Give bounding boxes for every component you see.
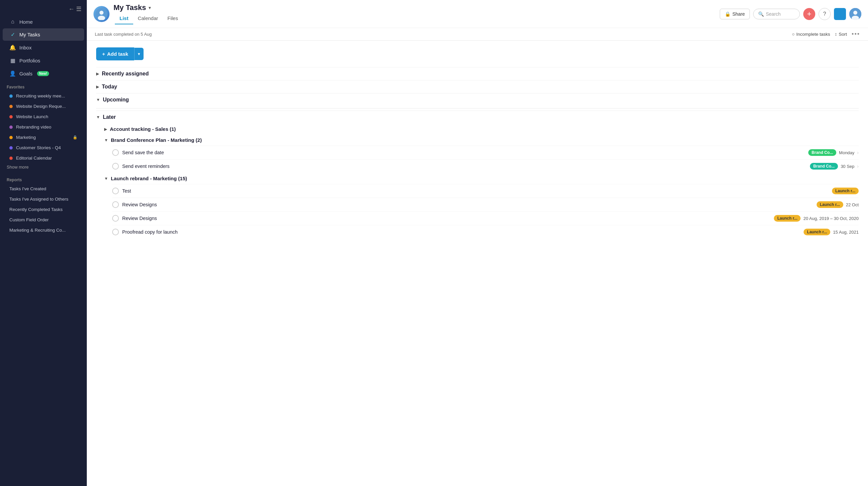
add-task-button[interactable]: + Add task [96, 47, 134, 60]
task-date-5: 15 Aug, 2021 [833, 230, 859, 235]
page-title-area: My Tasks ▾ [114, 3, 183, 12]
task-group-later: ▶ Account tracking - Sales (1) ▼ Brand C… [104, 124, 859, 239]
sidebar-item-mytasks[interactable]: ✓ My Tasks [3, 28, 84, 41]
incomplete-tasks-label: Incomplete tasks [796, 32, 830, 37]
section-today[interactable]: ▶ Today [96, 80, 859, 93]
task-meta-4: Launch r... 20 Aug, 2019 – 30 Oct, 2020 [774, 215, 859, 222]
task-tag-0[interactable]: Brand Co... [808, 149, 836, 156]
add-task-dropdown-button[interactable]: ▾ [134, 48, 144, 60]
fav-label-6: Editorial Calendar [16, 156, 52, 161]
task-complete-circle-3[interactable]: ○ [112, 201, 119, 208]
sidebar-item-goals-label: Goals [19, 71, 32, 76]
report-link-3[interactable]: Custom Field Order [3, 215, 84, 225]
sort-button[interactable]: ↕ Sort [835, 32, 847, 37]
chevron-right-icon-at: ▶ [104, 127, 107, 131]
sidebar-item-inbox[interactable]: 🔔 Inbox [3, 41, 84, 54]
fav-item-6[interactable]: Editorial Calendar [3, 153, 84, 163]
task-meta-2: Launch r... [832, 188, 859, 194]
app-switcher-button[interactable] [834, 8, 846, 20]
add-task-label: Add task [107, 51, 128, 57]
fav-label-1: Website Design Reque... [16, 104, 66, 109]
task-name-0: Send save the date [122, 150, 805, 155]
tab-list[interactable]: List [115, 13, 133, 24]
task-complete-circle-4[interactable]: ○ [112, 215, 119, 222]
section-recently-assigned[interactable]: ▶ Recently assigned [96, 67, 859, 80]
subsection-launch-rebrand[interactable]: ▼ Launch rebrand - Marketing (15) [104, 173, 859, 184]
lock-icon: 🔒 [73, 135, 78, 139]
subsection-brand-conf[interactable]: ▼ Brand Conference Plan - Marketing (2) [104, 134, 859, 145]
report-link-1[interactable]: Tasks I've Assigned to Others [3, 194, 84, 204]
help-button[interactable]: ? [818, 8, 831, 20]
fav-item-1[interactable]: Website Design Reque... [3, 101, 84, 111]
incomplete-tasks-button[interactable]: ○ Incomplete tasks [792, 32, 830, 37]
sidebar-item-portfolios[interactable]: ▦ Portfolios [3, 55, 84, 67]
report-link-2[interactable]: Recently Completed Tasks [3, 205, 84, 214]
task-tag-2[interactable]: Launch r... [832, 188, 859, 194]
sort-label: Sort [839, 32, 847, 37]
task-row-send-event-reminders: ○ Send event reminders Brand Co... 30 Se… [112, 159, 859, 173]
subsection-account-tracking[interactable]: ▶ Account tracking - Sales (1) [104, 124, 859, 134]
fav-dot-0 [9, 94, 13, 98]
reports-label: Reports [0, 173, 87, 184]
task-complete-circle-1[interactable]: ○ [112, 163, 119, 169]
tab-calendar[interactable]: Calendar [133, 13, 163, 24]
topbar: My Tasks ▾ List Calendar Files 🔒 Share 🔍… [87, 0, 868, 28]
more-options-button[interactable]: ••• [851, 31, 860, 38]
chevron-down-icon-bc: ▼ [104, 138, 108, 142]
home-icon: ⌂ [9, 19, 16, 25]
svg-point-1 [99, 11, 103, 15]
sidebar-toggle-icon[interactable]: ← ☰ [68, 5, 82, 13]
add-button[interactable]: + [803, 8, 815, 20]
last-task-text: Last task completed on 5 Aug [95, 32, 152, 37]
task-tag-5[interactable]: Launch r... [804, 229, 830, 235]
report-link-0[interactable]: Tasks I've Created [3, 184, 84, 194]
subtopbar-right: ○ Incomplete tasks ↕ Sort ••• [792, 31, 860, 38]
chevron-down-icon-upcoming: ▼ [96, 97, 100, 102]
task-row-review-designs-1: ○ Review Designs Launch r... 22 Oct [112, 198, 859, 211]
avatar-image [93, 6, 110, 22]
fav-dot-4 [9, 136, 13, 139]
fav-item-4[interactable]: Marketing 🔒 [3, 132, 84, 142]
subsection-title-bc: Brand Conference Plan - Marketing (2) [111, 137, 202, 143]
task-complete-circle-2[interactable]: ○ [112, 188, 119, 194]
profile-avatar[interactable] [93, 6, 110, 22]
fav-item-5[interactable]: Customer Stories - Q4 [3, 143, 84, 153]
task-complete-circle-5[interactable]: ○ [112, 229, 119, 235]
chevron-down-icon-lr: ▼ [104, 176, 108, 181]
task-expand-arrow-1[interactable]: › [857, 164, 859, 169]
task-meta-5: Launch r... 15 Aug, 2021 [804, 229, 859, 235]
task-meta-3: Launch r... 22 Oct [816, 201, 859, 208]
sidebar-header: ← ☰ [0, 0, 87, 15]
task-meta-1: Brand Co... 30 Sep › [810, 163, 859, 169]
portfolios-icon: ▦ [9, 57, 16, 64]
fav-dot-5 [9, 146, 13, 150]
topbar-right: 🔒 Share 🔍 Search + ? [720, 8, 861, 20]
fav-item-3[interactable]: Rebranding video [3, 122, 84, 132]
tab-files[interactable]: Files [163, 13, 183, 24]
sidebar-item-portfolios-label: Portfolios [19, 58, 40, 63]
task-tag-1[interactable]: Brand Co... [810, 163, 838, 169]
fav-item-0[interactable]: Recruiting weekly mee... [3, 91, 84, 101]
report-link-4[interactable]: Marketing & Recruiting Co... [3, 225, 84, 235]
share-button[interactable]: 🔒 Share [720, 9, 750, 19]
section-upcoming[interactable]: ▼ Upcoming [96, 93, 859, 106]
task-expand-arrow-0[interactable]: › [857, 150, 859, 155]
search-box[interactable]: 🔍 Search [753, 9, 800, 19]
section-later[interactable]: ▼ Later [96, 110, 859, 124]
task-tag-3[interactable]: Launch r... [816, 201, 843, 208]
subsection-title-lr: Launch rebrand - Marketing (15) [111, 175, 187, 181]
sidebar-item-home[interactable]: ⌂ Home [3, 16, 84, 28]
sidebar-item-goals[interactable]: 👤 Goals New! [3, 67, 84, 80]
task-name-3: Review Designs [122, 202, 813, 207]
task-complete-circle-0[interactable]: ○ [112, 149, 119, 156]
fav-item-2[interactable]: Website Launch [3, 112, 84, 122]
subsection-title-at: Account tracking - Sales (1) [110, 126, 176, 132]
add-task-row: + Add task ▾ [96, 47, 859, 60]
show-more-link[interactable]: Show more [0, 163, 87, 171]
task-tag-4[interactable]: Launch r... [774, 215, 801, 222]
content-area: + Add task ▾ ▶ Recently assigned ▶ Today… [87, 41, 868, 486]
task-date-3: 22 Oct [846, 202, 859, 207]
user-avatar-button[interactable] [849, 8, 861, 20]
fav-label-4: Marketing [16, 135, 36, 140]
title-dropdown-icon[interactable]: ▾ [149, 5, 151, 10]
